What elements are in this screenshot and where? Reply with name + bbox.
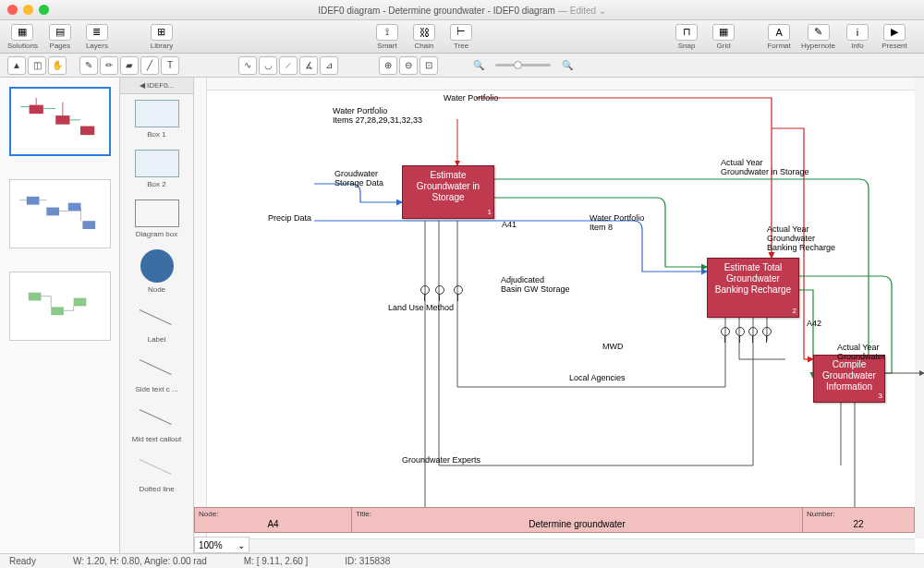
idef-box-2[interactable]: Estimate Total Groundwater Banking Recha…	[707, 258, 799, 318]
mechanism-marker	[721, 327, 730, 336]
hand-tool[interactable]: ✋	[48, 56, 67, 75]
library-panel: ◀ IDEF0... Box 1 Box 2 Diagram box Node …	[120, 78, 194, 553]
mechanism-marker	[435, 285, 444, 295]
page-thumbnail-2[interactable]	[9, 179, 111, 248]
page-thumbnails-panel	[0, 78, 120, 553]
window-titlebar: IDEF0 diagram - Determine groundwater - …	[0, 0, 924, 20]
lib-box1[interactable]: Box 1	[120, 94, 193, 144]
window-edited-indicator: — Edited ⌄	[558, 6, 606, 16]
label-ay-storage: Actual Year Groundwater in Storage	[721, 159, 809, 177]
box1-code: A41	[502, 221, 517, 230]
svg-rect-4	[46, 208, 59, 216]
zoom-select[interactable]: 100% ⌄	[194, 537, 249, 553]
main-toolbar: ▦Solutions ▤Pages ≣Layers ⊞Library ⟟Smar…	[0, 20, 924, 54]
lib-node[interactable]: Node	[120, 244, 193, 299]
scrollbar-horizontal[interactable]	[249, 538, 915, 553]
ruler-vertical	[194, 78, 207, 553]
pencil-tool[interactable]: ✎	[79, 56, 98, 75]
lib-box2[interactable]: Box 2	[120, 144, 193, 194]
footer-node-value: A4	[199, 518, 347, 530]
status-bar: Ready W: 1.20, H: 0.80, Angle: 0.00 rad …	[0, 553, 924, 568]
lib-side-text[interactable]: Side text c ...	[120, 349, 193, 399]
label-landuse: Land Use Method	[388, 304, 454, 313]
label-wp-item8: Water Portfolio Item 8	[590, 214, 644, 233]
measure-tool[interactable]: ⊿	[320, 56, 338, 75]
present-button[interactable]: ▶Present	[880, 24, 909, 50]
lib-mid-text[interactable]: Mid text callout	[120, 399, 193, 449]
idef-box-1[interactable]: Estimate Groundwater in Storage1	[402, 165, 494, 219]
label-gw-storage: Groudwater Storage Data	[334, 170, 383, 188]
pages-button[interactable]: ▤Pages	[45, 24, 75, 50]
svg-rect-2	[80, 127, 94, 136]
label-out-right: Actual Year Groundwater	[837, 344, 924, 362]
lib-diagram-box[interactable]: Diagram box	[120, 194, 193, 244]
lib-label[interactable]: Label	[120, 299, 193, 349]
snap-button[interactable]: ⊓Snap	[672, 24, 701, 50]
mechanism-marker	[420, 285, 430, 295]
idef-footer-table: Node:A4 Title:Determine groundwater Numb…	[194, 507, 915, 533]
idef-box-3[interactable]: Compile Groundwater Information3	[813, 355, 885, 403]
diagram-canvas[interactable]: Estimate Groundwater in Storage1 A41 Est…	[194, 78, 924, 553]
label-ay-banking: Actual Year Groundwater Banking Recharge	[767, 225, 835, 253]
connector-tool[interactable]: ⟋	[279, 56, 298, 75]
layers-button[interactable]: ≣Layers	[82, 24, 112, 50]
label-gw-experts: Groundwater Experts	[402, 456, 480, 465]
svg-rect-7	[29, 293, 42, 301]
page-thumbnail-1[interactable]	[9, 87, 111, 156]
footer-number-value: 22	[807, 518, 910, 530]
zoomout-icon[interactable]: ⊖	[399, 56, 418, 75]
scrollbar-vertical[interactable]	[915, 78, 924, 538]
svg-rect-5	[68, 203, 81, 211]
pointer-tool[interactable]: ▲	[7, 56, 26, 75]
library-button[interactable]: ⊞Library	[147, 24, 176, 50]
curve-tool[interactable]: ∿	[238, 56, 257, 75]
label-local-agencies: Local Agencies	[569, 374, 626, 383]
footer-title-value: Determine groundwater	[356, 518, 798, 530]
line-tool[interactable]: ╱	[140, 56, 159, 75]
secondary-toolbar: ▲ ◫ ✋ ✎ ✏ ▰ ╱ T ∿ ◡ ⟋ ∡ ⊿ ⊕ ⊖ ⊡ 🔍 🔍	[0, 54, 924, 78]
zoom-minus-icon[interactable]: 🔍	[469, 56, 488, 75]
svg-rect-6	[82, 221, 95, 229]
mechanism-marker	[762, 327, 772, 336]
format-button[interactable]: AFormat	[764, 24, 794, 50]
mechanism-marker	[748, 327, 758, 336]
window-title: IDEF0 diagram - Determine groundwater - …	[318, 6, 555, 16]
angle-tool[interactable]: ∡	[299, 56, 318, 75]
mechanism-marker	[454, 285, 463, 295]
lasso-tool[interactable]: ◫	[28, 56, 46, 75]
solutions-button[interactable]: ▦Solutions	[7, 24, 38, 50]
diagram-connectors	[194, 78, 924, 553]
status-ready: Ready	[9, 556, 36, 566]
lib-dotted-line[interactable]: Dotted line	[120, 449, 193, 499]
zoom-plus-icon[interactable]: 🔍	[558, 56, 577, 75]
mechanism-marker	[736, 327, 745, 336]
svg-rect-3	[27, 197, 40, 205]
tree-button[interactable]: ⊢Tree	[446, 24, 476, 50]
status-id: ID: 315838	[345, 556, 390, 566]
smart-button[interactable]: ⟟Smart	[372, 24, 402, 50]
info-button[interactable]: iInfo	[843, 24, 872, 50]
chain-button[interactable]: ⛓Chain	[409, 24, 439, 50]
text-tool[interactable]: T	[161, 56, 179, 75]
arc-tool[interactable]: ◡	[259, 56, 277, 75]
svg-rect-8	[51, 307, 64, 315]
zoom-slider[interactable]	[495, 64, 551, 66]
svg-rect-0	[30, 105, 43, 115]
zoomin-icon[interactable]: ⊕	[379, 56, 397, 75]
zoomfit-icon[interactable]: ⊡	[419, 56, 438, 75]
label-water-portfolio: Water Portfolio	[444, 94, 498, 103]
traffic-lights[interactable]	[7, 5, 49, 15]
label-wp-items: Water Portfolio Items 27,28,29,31,32,33	[333, 107, 422, 126]
box2-code: A42	[807, 320, 821, 329]
brush-tool[interactable]: ✏	[100, 56, 118, 75]
hypernote-button[interactable]: ✎Hypernote	[801, 24, 835, 50]
label-mwd: MWD	[602, 343, 624, 352]
fill-tool[interactable]: ▰	[120, 56, 139, 75]
ruler-horizontal	[194, 78, 915, 91]
label-precip: Precip Data	[268, 214, 311, 224]
status-mouse: M: [ 9.11, 2.60 ]	[244, 556, 308, 566]
library-header[interactable]: ◀ IDEF0...	[120, 78, 193, 94]
status-dimensions: W: 1.20, H: 0.80, Angle: 0.00 rad	[73, 556, 207, 566]
page-thumbnail-3[interactable]	[9, 272, 111, 341]
grid-button[interactable]: ▦Grid	[709, 24, 738, 50]
